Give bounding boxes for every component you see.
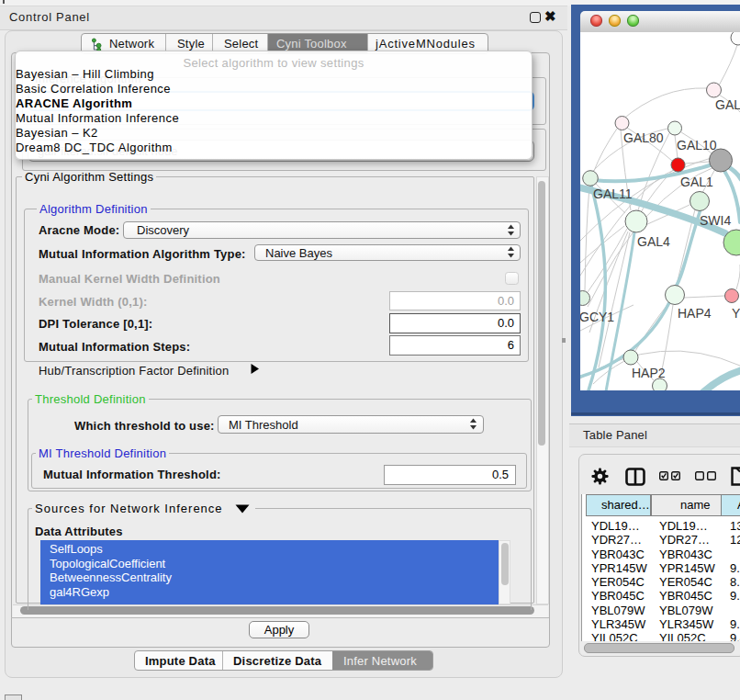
svg-text:GAL11: GAL11 xyxy=(593,186,633,201)
svg-text:GAL2: GAL2 xyxy=(715,97,740,112)
svg-text:GAL10: GAL10 xyxy=(677,138,717,152)
svg-text:GAL1: GAL1 xyxy=(680,175,713,189)
svg-text:GCY1: GCY1 xyxy=(580,310,614,324)
svg-text:GAL4: GAL4 xyxy=(637,234,670,249)
svg-text:YPL: YPL xyxy=(732,306,740,321)
svg-text:GAL80: GAL80 xyxy=(623,130,664,145)
svg-text:HAP4: HAP4 xyxy=(678,306,712,321)
svg-text:HAP2: HAP2 xyxy=(632,366,666,380)
svg-text:SWI4: SWI4 xyxy=(700,213,731,228)
